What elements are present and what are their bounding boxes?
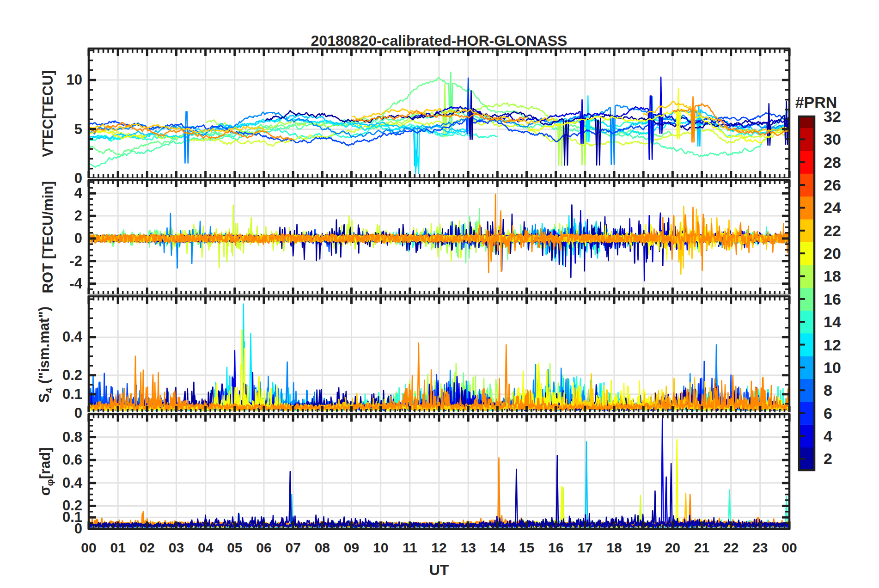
s4-axis-label-sub: 4: [43, 388, 54, 393]
colorbar-tick-label: 12: [824, 336, 841, 354]
sigma_phi-y-tick-label: 0.8: [62, 429, 82, 446]
x-tick-label: 12: [431, 540, 446, 556]
x-tick-label: 18: [606, 540, 622, 556]
s4-y-tick-label: 0.4: [62, 329, 82, 345]
sigma-phi-axis-label-sub: φ: [44, 479, 55, 486]
colorbar-tick-label: 10: [824, 358, 841, 376]
rot-axis-label-text: ROT [TECU/min]: [40, 181, 56, 294]
colorbar-tick-label: 18: [824, 267, 841, 285]
rot-y-tick-label: 2: [74, 208, 82, 224]
sigma-phi-plot-canvas: [87, 412, 791, 531]
x-tick-label: 19: [635, 540, 651, 556]
sigma-phi-axis-label-rest: [rad]: [37, 447, 53, 479]
rot-axis-label: ROT [TECU/min]: [40, 181, 56, 294]
x-tick-label: 00: [81, 540, 96, 556]
colorbar-tick-label: 2: [824, 450, 832, 468]
x-tick-label: 07: [285, 540, 300, 556]
s4-y-tick-label: 0.1: [62, 386, 82, 403]
x-tick-label: 23: [752, 540, 768, 556]
x-tick-label: 22: [723, 540, 739, 556]
x-tick-label: 11: [403, 540, 417, 556]
colorbar-tick-label: 4: [824, 427, 832, 445]
rot-y-tick-label: 4: [74, 185, 82, 202]
colorbar-tick-label: 14: [824, 313, 841, 331]
figure: 20180820-calibrated-HOR-GLONASS VTEC[TEC…: [0, 0, 879, 588]
x-tick-label: 00: [781, 540, 797, 556]
sigma_phi-y-tick-label: 0.2: [62, 497, 82, 514]
x-axis-label: UT: [429, 562, 449, 579]
colorbar-tick-label: 24: [824, 199, 841, 217]
rot-y-tick-label: 0: [74, 230, 82, 247]
sigma-phi-axis-label-main: σ: [37, 486, 53, 496]
colorbar-tick-label: 28: [824, 153, 841, 171]
vtec-axis-label-text: VTEC[TECU]: [40, 70, 56, 157]
rot-y-tick-label: -4: [69, 276, 82, 292]
x-tick-label: 08: [315, 540, 330, 556]
x-tick-label: 01: [110, 540, 125, 556]
colorbar-tick-label: 32: [824, 108, 841, 126]
x-tick-label: 15: [519, 540, 534, 556]
colorbar-tick-label: 26: [824, 176, 841, 194]
s4-y-tick-label: 0.2: [62, 367, 82, 384]
x-tick-label: 10: [373, 540, 388, 556]
colorbar-tick-label: 22: [824, 221, 841, 239]
colorbar-tick-label: 8: [824, 381, 832, 399]
vtec-y-tick-label: 0: [74, 170, 82, 187]
x-tick-label: 02: [140, 540, 155, 556]
s4-axis-label-rest: ("ism.mat"): [36, 306, 52, 388]
x-tick-label: 16: [548, 540, 563, 556]
x-tick-label: 14: [490, 540, 505, 556]
vtec-y-tick-label: 5: [74, 121, 82, 138]
sigma-phi-axis-label: σφ[rad]: [37, 447, 55, 496]
vtec-axis-label: VTEC[TECU]: [40, 70, 56, 157]
x-tick-label: 09: [344, 540, 359, 556]
sigma_phi-y-tick-label: 0.4: [62, 475, 82, 491]
s4-y-tick-label: 0: [74, 405, 82, 422]
x-tick-label: 20: [665, 540, 680, 556]
s4-axis-label: S4 ("ism.mat"): [36, 306, 55, 403]
x-tick-label: 04: [198, 540, 213, 556]
x-tick-label: 06: [256, 540, 271, 556]
vtec-y-tick-label: 10: [67, 72, 82, 88]
s4-plot-canvas: [87, 294, 791, 415]
x-tick-label: 17: [577, 540, 592, 556]
x-tick-label: 13: [460, 540, 476, 556]
vtec-plot-canvas: [87, 47, 791, 180]
x-tick-label: 03: [169, 540, 184, 556]
rot-y-tick-label: -2: [69, 253, 82, 270]
x-tick-label: 05: [227, 540, 242, 556]
colorbar-canvas: [797, 114, 817, 472]
s4-axis-label-main: S: [36, 393, 52, 403]
colorbar-tick-label: 20: [824, 245, 841, 263]
rot-plot-canvas: [87, 178, 791, 297]
x-tick-label: 21: [694, 540, 709, 556]
sigma_phi-y-tick-label: 0.6: [62, 452, 82, 468]
colorbar-tick-label: 30: [824, 130, 841, 148]
colorbar-tick-label: 16: [824, 290, 841, 308]
colorbar-tick-label: 6: [824, 404, 832, 422]
